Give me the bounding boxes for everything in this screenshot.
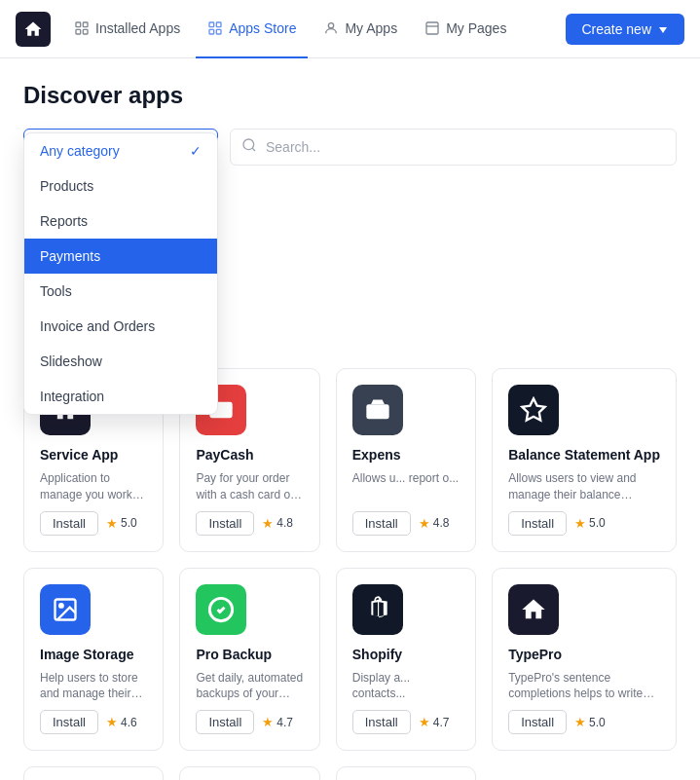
- install-button-shopify[interactable]: Install: [352, 710, 411, 734]
- dropdown-item-slideshow[interactable]: Slideshow: [24, 344, 217, 379]
- app-name-balance: Balance Statement App: [508, 447, 660, 463]
- app-footer-paycash: Install ★ 4.8: [196, 511, 303, 536]
- star-icon: ★: [574, 715, 586, 729]
- logo[interactable]: [16, 12, 51, 47]
- tab-my-pages[interactable]: My Pages: [413, 0, 518, 58]
- app-footer-service-app: Install ★ 5.0: [40, 511, 147, 536]
- app-icon-typepro: [508, 584, 559, 635]
- app-card-get-things-done: Get things done Easily find customers da…: [23, 766, 164, 780]
- svg-rect-3: [83, 29, 88, 34]
- star-icon: ★: [106, 715, 118, 729]
- app-rating-shopify: ★ 4.7: [419, 715, 450, 729]
- svg-point-8: [329, 22, 334, 27]
- app-card-shopify: Shopify Display a... contacts... Install…: [336, 568, 476, 752]
- app-rating-pro-backup: ★ 4.7: [262, 715, 293, 729]
- app-name-paycash: PayCash: [196, 447, 303, 463]
- app-desc-pro-backup: Get daily, automated backups of your Erp…: [196, 670, 303, 703]
- app-name-pro-backup: Pro Backup: [196, 647, 303, 662]
- page-title: Discover apps: [23, 82, 677, 109]
- app-footer-image-storage: Install ★ 4.6: [40, 710, 147, 734]
- svg-rect-2: [76, 29, 81, 34]
- svg-rect-0: [76, 22, 81, 27]
- tab-apps-store[interactable]: Apps Store: [196, 0, 308, 58]
- dropdown-item-integration[interactable]: Integration: [24, 379, 217, 414]
- app-card-image-storage: Image Storage Help users to store and ma…: [23, 568, 164, 752]
- app-card-export: Export Export e... you wan... Install ★ …: [336, 766, 476, 780]
- app-card-balance: Balance Statement App Allows users to vi…: [492, 368, 677, 552]
- app-footer-balance: Install ★ 5.0: [508, 511, 660, 536]
- svg-point-11: [243, 139, 254, 150]
- tab-installed-apps[interactable]: Installed Apps: [62, 0, 192, 58]
- app-rating-paycash: ★ 4.8: [262, 516, 293, 531]
- search-icon: [241, 137, 257, 157]
- checkmark-icon: ✓: [190, 143, 202, 159]
- svg-rect-7: [217, 29, 222, 34]
- svg-rect-9: [426, 22, 438, 34]
- svg-rect-6: [209, 29, 214, 34]
- dropdown-item-tools[interactable]: Tools: [24, 274, 217, 309]
- dropdown-item-reports[interactable]: Reports: [24, 204, 217, 239]
- install-button-typepro[interactable]: Install: [508, 710, 567, 734]
- app-desc-paycash: Pay for your order with a cash card or b…: [196, 470, 303, 503]
- install-button-service-app[interactable]: Install: [40, 511, 98, 536]
- app-name-service-app: Service App: [40, 447, 147, 463]
- star-icon: ★: [419, 516, 430, 531]
- dropdown-item-products[interactable]: Products: [24, 168, 217, 204]
- app-rating-balance: ★ 5.0: [574, 516, 606, 531]
- svg-line-12: [252, 148, 255, 151]
- main-content: Discover apps Any category Products Repo…: [0, 58, 700, 780]
- app-rating-typepro: ★ 5.0: [574, 715, 606, 729]
- install-button-expens[interactable]: Install: [352, 511, 411, 536]
- search-input[interactable]: [230, 129, 677, 166]
- app-name-shopify: Shopify: [352, 647, 460, 662]
- search-wrapper: [230, 129, 677, 166]
- dropdown-item-payments[interactable]: Payments: [24, 239, 217, 274]
- tab-my-apps[interactable]: My Apps: [312, 0, 409, 58]
- install-button-pro-backup[interactable]: Install: [196, 710, 254, 734]
- app-footer-expens: Install ★ 4.8: [352, 511, 460, 536]
- app-desc-service-app: Application to manage you work with ease…: [40, 470, 147, 503]
- install-button-paycash[interactable]: Install: [196, 511, 254, 536]
- app-desc-expens: Allows u... report o...: [352, 470, 460, 502]
- app-desc-image-storage: Help users to store and manage their ima…: [40, 670, 147, 703]
- create-new-button[interactable]: Create new: [566, 14, 684, 45]
- app-footer-shopify: Install ★ 4.7: [352, 710, 460, 734]
- svg-point-16: [59, 604, 62, 608]
- app-icon-expens: [352, 385, 403, 435]
- star-icon: ★: [574, 516, 586, 531]
- star-icon: ★: [262, 715, 274, 729]
- install-button-balance[interactable]: Install: [508, 511, 567, 536]
- app-card-pro-backup: Pro Backup Get daily, automated backups …: [179, 568, 319, 752]
- svg-rect-1: [83, 22, 88, 27]
- svg-rect-4: [209, 22, 214, 27]
- app-name-typepro: TypePro: [508, 647, 660, 662]
- star-icon: ★: [419, 715, 430, 729]
- app-icon-image-storage: [40, 584, 91, 635]
- app-icon-balance: [508, 385, 559, 435]
- app-rating-service-app: ★ 5.0: [106, 516, 137, 531]
- app-card-typepro: TypePro TypePro's sentence completions h…: [492, 568, 677, 752]
- app-rating-expens: ★ 4.8: [419, 516, 450, 531]
- app-desc-balance: Allows users to view and manage their ba…: [508, 470, 660, 503]
- apps-grid: Service App Application to manage you wo…: [23, 368, 677, 780]
- app-icon-shopify: [352, 584, 403, 635]
- app-footer-typepro: Install ★ 5.0: [508, 710, 660, 734]
- app-name-expens: Expens: [352, 447, 460, 463]
- dropdown-item-any[interactable]: Any category ✓: [24, 133, 217, 168]
- category-dropdown: Any category ✓ Products Reports Payments…: [23, 132, 218, 415]
- star-icon: ★: [262, 516, 274, 531]
- app-card-merge-orders: Merge Orders Merge orders automatically …: [179, 766, 319, 780]
- app-card-expens: Expens Allows u... report o... Install ★…: [336, 368, 476, 552]
- install-button-image-storage[interactable]: Install: [40, 710, 98, 734]
- app-desc-typepro: TypePro's sentence completions helps to …: [508, 670, 660, 703]
- svg-marker-14: [522, 398, 544, 420]
- app-footer-pro-backup: Install ★ 4.7: [196, 710, 303, 734]
- star-icon: ★: [106, 516, 118, 531]
- app-icon-pro-backup: [196, 584, 246, 635]
- top-nav: Installed Apps Apps Store My Apps My Pag…: [0, 0, 700, 58]
- app-rating-image-storage: ★ 4.6: [106, 715, 137, 729]
- app-name-image-storage: Image Storage: [40, 647, 147, 662]
- svg-rect-5: [217, 22, 222, 27]
- app-desc-shopify: Display a... contacts...: [352, 670, 460, 703]
- dropdown-item-invoice[interactable]: Invoice and Orders: [24, 309, 217, 344]
